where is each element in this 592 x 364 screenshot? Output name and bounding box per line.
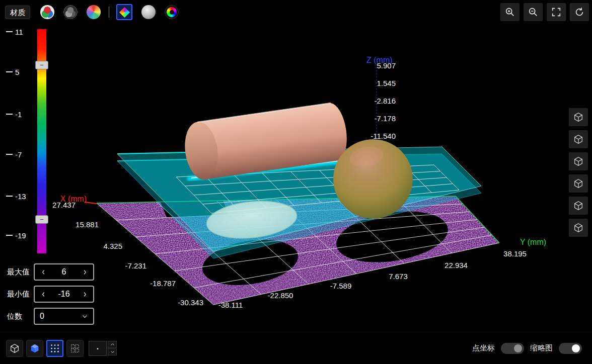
chevron-down-icon — [82, 313, 88, 320]
view-preset-button-5[interactable] — [569, 197, 588, 215]
zoom-out-button[interactable] — [524, 3, 543, 21]
max-value-label: 最大值 — [7, 267, 30, 277]
min-value-label: 最小值 — [7, 290, 30, 299]
max-value-row: 最大值 6 — [0, 263, 101, 281]
view-preset-button-4[interactable] — [569, 174, 588, 193]
point-size-control: · — [89, 341, 117, 356]
y-tick: -38.111 — [218, 301, 243, 309]
cube-icon — [573, 112, 584, 123]
min-value: -16 — [58, 290, 69, 299]
tick-label: -1 — [15, 110, 22, 119]
colorbar-max-handle[interactable]: − — [35, 61, 48, 69]
digits-dropdown[interactable]: 0 — [34, 308, 94, 325]
colorbar-min-handle[interactable]: − — [35, 215, 48, 224]
x-tick: -30.343 — [178, 298, 203, 307]
tick-label: -19 — [15, 231, 26, 240]
point-coordinate-toggle[interactable] — [501, 343, 524, 354]
y-tick: -7.589 — [330, 282, 352, 290]
bottom-toolbar: · 点坐标 缩略图 — [0, 332, 592, 364]
display-switches: 点坐标 缩略图 — [472, 343, 582, 354]
point-grid-icon — [49, 343, 60, 354]
zoom-in-button[interactable] — [500, 3, 520, 21]
tick-label: 5 — [15, 68, 19, 76]
view-preset-button-1[interactable] — [569, 108, 588, 126]
cube-solid-icon — [29, 343, 40, 354]
x-tick: -18.787 — [150, 279, 176, 288]
cube-icon — [573, 200, 584, 211]
toggle-knob — [572, 344, 580, 352]
colorbar-tick: -19 — [6, 230, 26, 240]
z-tick: -7.178 — [374, 114, 396, 123]
tick-mark — [6, 114, 13, 115]
y-tick: 22.934 — [445, 261, 468, 269]
cube-icon — [573, 178, 584, 189]
point-size-box[interactable]: · — [89, 341, 107, 356]
grid-display-button[interactable] — [66, 340, 84, 357]
rainbow-diamond-glyph — [119, 7, 129, 17]
y-tick: 7.673 — [389, 272, 408, 281]
color-wheel-icon[interactable] — [165, 5, 179, 19]
reset-view-icon — [574, 7, 585, 18]
rgb-channels-icon[interactable] — [40, 5, 54, 19]
point-coordinate-label: 点坐标 — [472, 343, 495, 353]
digits-label: 位数 — [7, 312, 22, 321]
view-preset-button-3[interactable] — [569, 152, 588, 170]
x-tick: 27.437 — [52, 201, 76, 209]
point-size-increase-button[interactable] — [108, 341, 117, 348]
solid-view-button[interactable] — [26, 340, 43, 357]
tick-label: -7 — [15, 150, 22, 159]
gray-mesh-icon[interactable] — [141, 5, 156, 19]
x-tick: 4.325 — [103, 242, 122, 250]
min-decrease-button[interactable] — [39, 288, 48, 300]
tick-mark — [6, 31, 13, 32]
zoom-in-icon — [504, 7, 515, 18]
tick-label: 11 — [15, 28, 23, 36]
material-button[interactable]: 材质 — [5, 6, 30, 19]
reset-view-button[interactable] — [570, 3, 589, 21]
view-preset-button-2[interactable] — [569, 130, 588, 148]
chevron-right-icon — [82, 291, 88, 298]
colorbar-tick: 11 — [6, 27, 23, 37]
tick-mark — [6, 235, 13, 236]
max-decrease-button[interactable] — [39, 266, 48, 278]
wireframe-view-button[interactable] — [6, 340, 23, 357]
view-preset-button-6[interactable] — [569, 219, 588, 237]
sphere-object — [333, 139, 413, 219]
colorbar-tick: -7 — [6, 149, 22, 159]
max-increase-button[interactable] — [80, 266, 89, 278]
y-tick: 38.195 — [503, 249, 527, 258]
tick-mark — [6, 196, 13, 197]
mosaic-texture-icon[interactable] — [87, 5, 101, 19]
toolbar-divider — [109, 7, 109, 18]
digits-row: 位数 0 — [0, 308, 101, 325]
thumbnail-label: 缩略图 — [530, 343, 553, 353]
tick-mark — [6, 154, 13, 155]
thumbnail-toggle[interactable] — [559, 343, 582, 354]
z-tick: 1.545 — [377, 79, 396, 87]
colorbar-tick: -1 — [6, 109, 22, 119]
y-tick: -22.850 — [268, 291, 293, 300]
point-size-spinner — [108, 341, 117, 355]
chevron-left-icon — [40, 269, 47, 276]
cube-wireframe-icon — [9, 343, 20, 354]
chevron-down-icon — [110, 349, 115, 354]
x-tick: -7.231 — [125, 261, 146, 270]
chevron-left-icon — [40, 291, 47, 298]
chevron-right-icon — [82, 269, 88, 276]
handle-minus-glyph: − — [40, 62, 44, 68]
mesh-grid-icon — [69, 343, 81, 354]
cube-icon — [573, 222, 584, 233]
z-tick: -11.540 — [371, 132, 396, 140]
fit-view-button[interactable] — [547, 3, 566, 21]
point-display-button[interactable] — [46, 340, 63, 357]
min-increase-button[interactable] — [80, 288, 89, 300]
z-tick: 5.907 — [377, 61, 396, 70]
x-tick: 15.881 — [76, 220, 99, 229]
zoom-out-icon — [528, 7, 539, 18]
gray-channels-icon[interactable] — [63, 5, 78, 19]
rainbow-mesh-icon[interactable] — [116, 4, 132, 20]
chevron-up-icon — [110, 342, 115, 347]
cube-icon — [573, 156, 584, 167]
point-size-decrease-button[interactable] — [108, 348, 117, 355]
colorbar-tick: 5 — [6, 67, 19, 77]
